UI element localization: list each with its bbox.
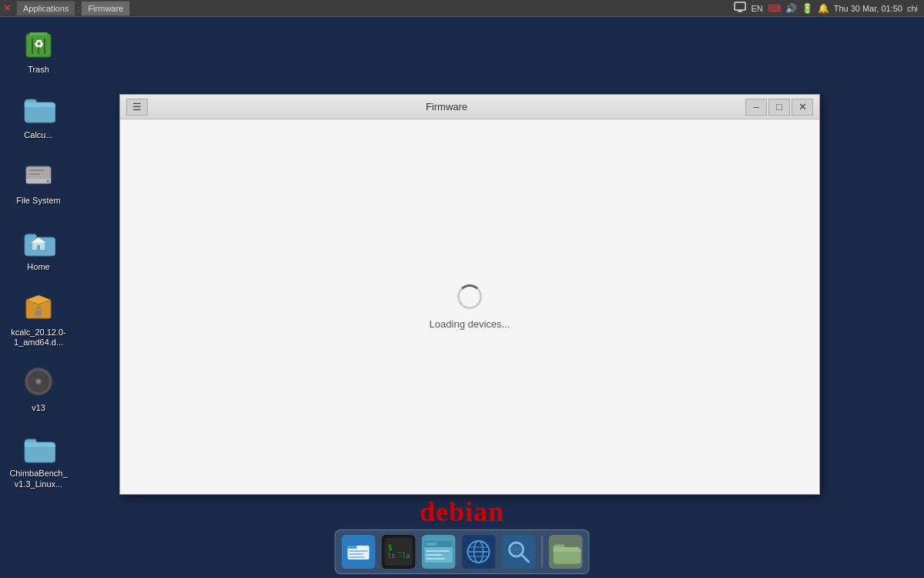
lang-badge: EN (751, 4, 762, 13)
close-button[interactable]: ✕ (792, 99, 813, 116)
minimize-button[interactable]: – (745, 99, 767, 116)
svg-rect-30 (350, 553, 363, 555)
display-icon (734, 2, 746, 15)
svg-rect-39 (427, 543, 437, 546)
desktop-icons: ♻ Trash Calcu... (8, 25, 69, 489)
window-content: Loading devices... (120, 119, 819, 494)
maximize-button[interactable]: □ (768, 99, 790, 116)
calculator-icon[interactable]: Calcu... (8, 90, 69, 140)
svg-point-52 (512, 545, 521, 554)
filesystem-label: File System (16, 196, 60, 206)
svg-rect-1 (738, 11, 742, 12)
svg-text:ls -la: ls -la (388, 553, 410, 560)
svg-rect-15 (37, 245, 40, 250)
filesystem-icon-img (20, 156, 57, 193)
svg-point-10 (46, 180, 49, 183)
svg-rect-3 (29, 32, 48, 35)
taskbar-left: ✕ Applications : Firmware (0, 1, 130, 16)
svg-rect-0 (735, 2, 745, 10)
calculator-icon-img (20, 90, 57, 127)
svg-rect-11 (29, 170, 45, 171)
filesystem-icon[interactable]: File System (8, 156, 69, 206)
taskbar-top: ✕ Applications : Firmware EN ⌨ 🔊 🔋 🔔 Thu… (0, 0, 924, 17)
loading-spinner (457, 284, 482, 309)
svg-rect-12 (29, 173, 40, 175)
debian-label: debian (420, 496, 504, 528)
dock-folder[interactable] (547, 533, 584, 570)
trash-label: Trash (28, 65, 49, 75)
desktop: ♻ Trash Calcu... (0, 17, 924, 578)
dock-filemanager2[interactable] (420, 533, 457, 570)
svg-text:$ _: $ _ (388, 543, 403, 553)
notification-icon[interactable]: 🔔 (818, 3, 829, 14)
home-label: Home (27, 262, 49, 272)
taskbar-right: EN ⌨ 🔊 🔋 🔔 Thu 30 Mar, 01:50 chi (734, 2, 924, 15)
v13-icon[interactable]: v13 (8, 363, 69, 413)
calculator-label: Calcu... (24, 130, 52, 140)
svg-point-25 (37, 380, 40, 383)
v13-label: v13 (32, 403, 45, 413)
kcalc-icon[interactable]: kcalc_20.12.0-1_amd64.d... (8, 287, 69, 348)
window-title: Firmware (148, 101, 745, 113)
svg-text:♻: ♻ (34, 38, 44, 50)
firmware-taskbar-btn[interactable]: Firmware (81, 1, 130, 16)
svg-rect-42 (427, 558, 445, 560)
v13-icon-img (20, 363, 57, 400)
username-label: chi (907, 4, 918, 13)
chimbabench-icon[interactable]: ChimbaBench_v1.3_Linux... (8, 428, 69, 489)
svg-rect-41 (427, 554, 442, 556)
svg-rect-40 (427, 550, 450, 552)
window-menu-button[interactable]: ☰ (126, 99, 148, 116)
separator: : (77, 4, 79, 13)
firmware-window: ☰ Firmware – □ ✕ Loading devices... (119, 94, 820, 495)
volume-icon[interactable]: 🔊 (785, 3, 797, 14)
home-icon[interactable]: Home (8, 222, 69, 272)
chimbabench-label: ChimbaBench_v1.3_Linux... (8, 469, 69, 489)
home-icon-img (20, 222, 57, 259)
window-controls: – □ ✕ (745, 99, 813, 116)
trash-icon-img: ♻ (20, 25, 57, 62)
kcalc-icon-img (20, 287, 57, 324)
dock-browser[interactable] (460, 533, 497, 570)
close-icon[interactable]: ✕ (0, 2, 15, 14)
dock-divider (542, 536, 543, 567)
datetime-label: Thu 30 Mar, 01:50 (834, 4, 902, 13)
keyboard-icon: ⌨ (768, 3, 781, 14)
dock-files[interactable] (340, 533, 377, 570)
trash-icon[interactable]: ♻ Trash (8, 25, 69, 75)
svg-rect-33 (385, 538, 413, 566)
dock-terminal[interactable]: $ _ ls -la (380, 533, 417, 570)
svg-rect-21 (35, 311, 42, 315)
loading-text: Loading devices... (430, 318, 511, 330)
applications-menu[interactable]: Applications (16, 1, 75, 16)
battery-icon: 🔋 (802, 3, 813, 14)
svg-rect-31 (350, 556, 365, 558)
chimbabench-icon-img (20, 428, 57, 465)
window-titlebar: ☰ Firmware – □ ✕ (120, 95, 819, 119)
bottom-dock: $ _ ls -la (335, 529, 590, 574)
svg-rect-28 (348, 546, 357, 549)
kcalc-label: kcalc_20.12.0-1_amd64.d... (8, 328, 69, 348)
svg-rect-29 (350, 550, 368, 552)
dock-search[interactable] (500, 533, 537, 570)
